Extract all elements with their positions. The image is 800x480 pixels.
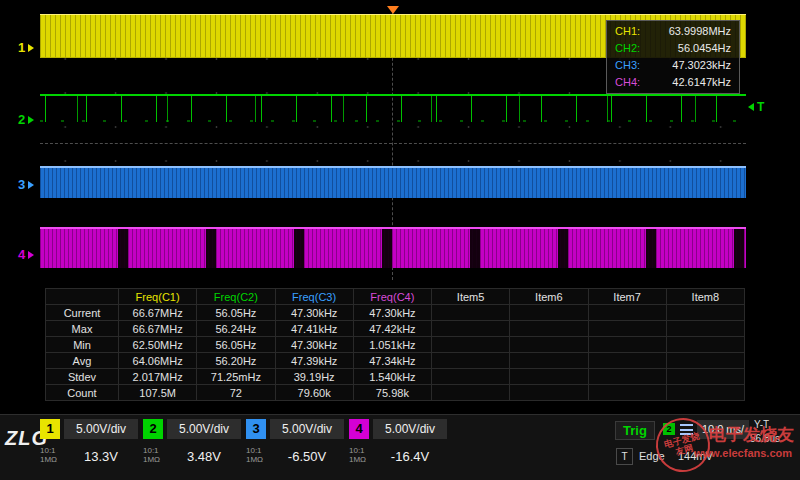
measure-cell xyxy=(588,369,666,385)
ch4-badge: 4 xyxy=(349,419,369,439)
measure-cell xyxy=(510,337,588,353)
ch3-impedance: 1MΩ xyxy=(246,455,263,464)
ch2-waveform-pulses xyxy=(40,96,746,122)
ch4-position-marker[interactable]: 4 xyxy=(18,247,34,262)
trigger-position-marker[interactable] xyxy=(387,6,399,14)
measure-cell xyxy=(510,353,588,369)
watermark-seal: 电子发烧友网 xyxy=(650,412,716,478)
header-item8: Item8 xyxy=(666,289,744,305)
freq-ch1-label: CH1: xyxy=(615,24,640,39)
freq-ch3-label: CH3: xyxy=(615,58,640,73)
header-blank xyxy=(46,289,119,305)
measure-cell: 2.017MHz xyxy=(119,369,197,385)
right-arrow-icon xyxy=(28,181,34,189)
ch1-badge: 1 xyxy=(40,419,60,439)
measure-cell xyxy=(588,353,666,369)
measure-cell: 47.42kHz xyxy=(353,321,431,337)
measure-cell xyxy=(666,305,744,321)
freq-row-ch3: CH3: 47.3023kHz xyxy=(607,57,739,74)
measure-cell: 1.540kHz xyxy=(353,369,431,385)
ch2-waveform-low-level xyxy=(40,120,746,122)
measure-cell xyxy=(432,353,510,369)
measure-cell: 47.41kHz xyxy=(275,321,353,337)
ch2-status-button[interactable]: 2 5.00V/div 10:1 1MΩ 3.48V xyxy=(143,419,243,477)
ch3-probe-info: 10:1 1MΩ xyxy=(246,446,263,464)
ch2-position-marker[interactable]: 2 xyxy=(18,112,34,127)
measure-cell xyxy=(588,321,666,337)
table-row-min: Min 62.50MHz 56.05Hz 47.30kHz 1.051kHz xyxy=(46,337,745,353)
measure-cell xyxy=(432,337,510,353)
ch2-offset: 3.48V xyxy=(167,447,241,467)
measure-cell: 1.051kHz xyxy=(353,337,431,353)
ch1-position-marker[interactable]: 1 xyxy=(18,40,34,55)
row-label: Min xyxy=(46,337,119,353)
measure-cell xyxy=(510,321,588,337)
measure-cell xyxy=(666,385,744,401)
frequency-overlay: CH1: 63.9998MHz CH2: 56.0454Hz CH3: 47.3… xyxy=(606,20,740,94)
ch3-vdiv: 5.00V/div xyxy=(270,419,344,439)
freq-ch2-label: CH2: xyxy=(615,41,640,56)
ch4-offset: -16.4V xyxy=(373,447,447,467)
measure-cell: 79.60k xyxy=(275,385,353,401)
measure-cell: 56.05Hz xyxy=(197,337,275,353)
ch4-status-button[interactable]: 4 5.00V/div 10:1 1MΩ -16.4V xyxy=(349,419,449,477)
ch1-offset: 13.3V xyxy=(64,447,138,467)
ch2-marker-label: 2 xyxy=(18,112,25,127)
ch1-impedance: 1MΩ xyxy=(40,455,57,464)
ch2-impedance: 1MΩ xyxy=(143,455,160,464)
measure-cell: 56.05Hz xyxy=(197,305,275,321)
measure-cell xyxy=(666,321,744,337)
table-row-count: Count 107.5M 72 79.60k 75.98k xyxy=(46,385,745,401)
trig-button[interactable]: Trig xyxy=(615,421,655,440)
measure-cell xyxy=(588,337,666,353)
row-label: Avg xyxy=(46,353,119,369)
freq-row-ch4: CH4: 42.6147kHz xyxy=(607,74,739,91)
header-freq-c4: Freq(C4) xyxy=(353,289,431,305)
table-row-stdev: Stdev 2.017MHz 71.25mHz 39.19Hz 1.540kHz xyxy=(46,369,745,385)
measure-cell xyxy=(432,385,510,401)
ch1-status-button[interactable]: 1 5.00V/div 10:1 1MΩ 13.3V xyxy=(40,419,140,477)
table-row-avg: Avg 64.06MHz 56.20Hz 47.39kHz 47.34kHz xyxy=(46,353,745,369)
measure-cell xyxy=(510,305,588,321)
measure-cell xyxy=(432,369,510,385)
measure-cell: 47.30kHz xyxy=(275,305,353,321)
measure-cell: 47.30kHz xyxy=(353,305,431,321)
ch4-impedance: 1MΩ xyxy=(349,455,366,464)
measurement-table: Freq(C1) Freq(C2) Freq(C3) Freq(C4) Item… xyxy=(45,288,745,401)
ch2-probe-ratio: 10:1 xyxy=(143,446,160,455)
trigger-level-marker[interactable]: T xyxy=(748,100,764,114)
ch3-marker-label: 3 xyxy=(18,177,25,192)
freq-ch1-value: 63.9998MHz xyxy=(669,24,731,39)
ch3-position-marker[interactable]: 3 xyxy=(18,177,34,192)
header-freq-c3: Freq(C3) xyxy=(275,289,353,305)
measure-cell: 47.30kHz xyxy=(275,337,353,353)
trigger-type-button[interactable]: T xyxy=(616,448,633,465)
ch3-waveform xyxy=(40,166,746,198)
freq-ch4-label: CH4: xyxy=(615,75,640,90)
header-item6: Item6 xyxy=(510,289,588,305)
measure-cell: 66.67MHz xyxy=(119,321,197,337)
measure-cell: 64.06MHz xyxy=(119,353,197,369)
ch1-vdiv: 5.00V/div xyxy=(64,419,138,439)
measure-cell xyxy=(666,369,744,385)
ch2-vdiv: 5.00V/div xyxy=(167,419,241,439)
freq-ch2-value: 56.0454Hz xyxy=(678,41,731,56)
measure-cell xyxy=(432,305,510,321)
measure-cell xyxy=(666,353,744,369)
watermark: 电子发烧友网 电子发烧友 www.elecfans.com xyxy=(652,416,800,478)
oscilloscope-screen: CH1: 63.9998MHz CH2: 56.0454Hz CH3: 47.3… xyxy=(0,0,800,480)
measure-cell: 56.20Hz xyxy=(197,353,275,369)
row-label: Count xyxy=(46,385,119,401)
ch4-waveform-top-edge xyxy=(40,227,746,229)
waveform-display: CH1: 63.9998MHz CH2: 56.0454Hz CH3: 47.3… xyxy=(40,8,746,280)
ch3-status-button[interactable]: 3 5.00V/div 10:1 1MΩ -6.50V xyxy=(246,419,346,477)
measure-cell xyxy=(510,385,588,401)
measure-cell: 62.50MHz xyxy=(119,337,197,353)
ch4-probe-ratio: 10:1 xyxy=(349,446,366,455)
watermark-url: www.elecfans.com xyxy=(694,447,792,459)
row-label: Current xyxy=(46,305,119,321)
measure-cell: 71.25mHz xyxy=(197,369,275,385)
ch4-probe-info: 10:1 1MΩ xyxy=(349,446,366,464)
ch1-probe-info: 10:1 1MΩ xyxy=(40,446,57,464)
ch4-vdiv: 5.00V/div xyxy=(373,419,447,439)
